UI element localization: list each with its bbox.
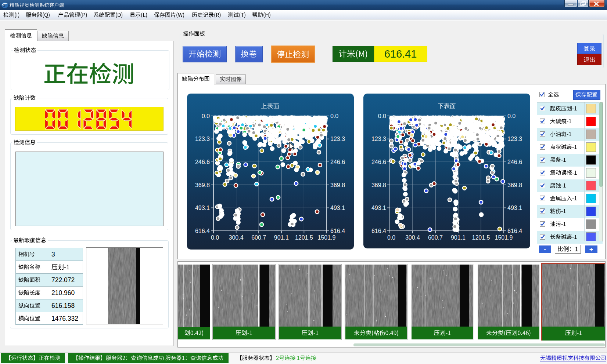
- svg-text:123.3: 123.3: [507, 136, 522, 142]
- svg-text:246.6: 246.6: [330, 159, 345, 165]
- svg-text:300.4: 300.4: [405, 234, 420, 241]
- svg-text:300.4: 300.4: [229, 234, 244, 241]
- svg-text:600.7: 600.7: [428, 234, 443, 241]
- svg-text:0.0: 0.0: [378, 113, 386, 119]
- svg-text:210.960: 210.960: [51, 289, 75, 296]
- svg-text:1201.5: 1201.5: [295, 234, 313, 241]
- svg-text:123.3: 123.3: [195, 136, 210, 142]
- svg-text:0.0: 0.0: [211, 234, 219, 241]
- svg-text:246.6: 246.6: [195, 159, 210, 165]
- svg-text:246.6: 246.6: [371, 159, 386, 165]
- svg-text:369.8: 369.8: [195, 182, 210, 188]
- svg-text:0.0: 0.0: [330, 113, 338, 119]
- svg-text:1476.332: 1476.332: [51, 315, 78, 322]
- svg-text:600.7: 600.7: [251, 234, 266, 241]
- svg-text:0.0: 0.0: [387, 234, 395, 241]
- svg-text:901.1: 901.1: [451, 234, 466, 241]
- svg-text:369.8: 369.8: [371, 182, 386, 188]
- svg-text:616.4: 616.4: [371, 228, 386, 234]
- svg-text:0.0: 0.0: [507, 113, 516, 119]
- svg-text:493.1: 493.1: [371, 205, 386, 211]
- svg-text:1201.5: 1201.5: [472, 234, 490, 241]
- svg-text:493.1: 493.1: [195, 205, 210, 211]
- svg-text:+: +: [589, 246, 593, 253]
- svg-text:123.3: 123.3: [330, 136, 345, 142]
- svg-text:246.6: 246.6: [507, 159, 522, 165]
- svg-text:1501.9: 1501.9: [318, 234, 336, 241]
- svg-text:-: -: [544, 245, 546, 253]
- svg-text:369.8: 369.8: [507, 182, 522, 188]
- svg-text:493.1: 493.1: [507, 205, 522, 211]
- svg-text:493.1: 493.1: [330, 205, 345, 211]
- svg-text:1501.9: 1501.9: [495, 234, 513, 241]
- svg-text:722.072: 722.072: [51, 276, 75, 284]
- svg-text:616.41: 616.41: [384, 48, 417, 60]
- svg-text:616.4: 616.4: [195, 228, 210, 234]
- svg-text:616.4: 616.4: [330, 228, 345, 234]
- svg-text:901.1: 901.1: [274, 234, 289, 241]
- svg-text:369.8: 369.8: [330, 182, 345, 188]
- svg-text:616.4: 616.4: [507, 228, 522, 234]
- svg-text:616.158: 616.158: [51, 302, 75, 309]
- svg-text:0.0: 0.0: [202, 113, 210, 119]
- svg-text:3: 3: [51, 251, 55, 258]
- svg-text:123.3: 123.3: [371, 136, 386, 142]
